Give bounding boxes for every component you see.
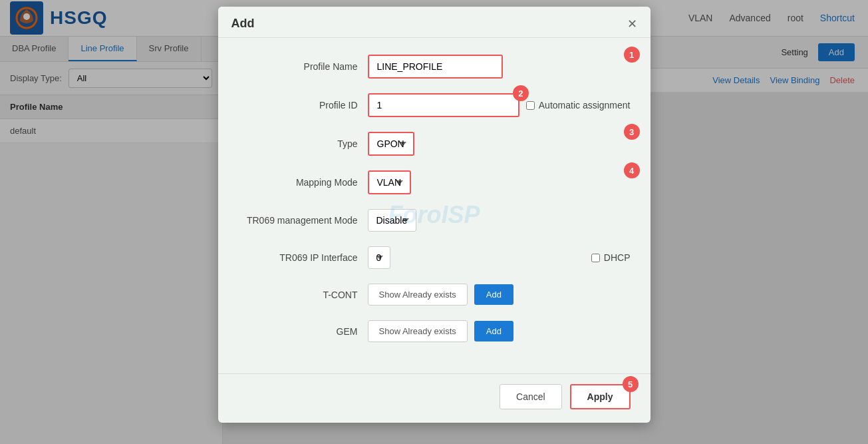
tr069-mode-label: TR069 management Mode [238,215,358,226]
type-select-wrapper: GPON 3 [368,132,631,156]
profile-id-input-wrapper: 2 [368,93,519,117]
modal-overlay: Add ✕ ForoISP Profile Name 1 Profile ID [0,0,868,444]
gem-group: Show Already exists Add [368,320,631,342]
tr069-ip-group: 0 DHCP [368,246,631,269]
profile-id-group: 2 Automatic assignment [368,93,631,117]
gem-show-button[interactable]: Show Already exists [368,320,468,342]
tr069-ip-label: TR069 IP Interface [238,252,358,263]
apply-button[interactable]: Apply [570,384,631,409]
modal-footer: Cancel Apply 5 [218,373,651,423]
type-select[interactable]: GPON [368,132,414,156]
modal-close-button[interactable]: ✕ [627,18,637,30]
automatic-assignment-checkbox[interactable] [526,101,535,110]
type-label: Type [238,138,358,149]
mapping-mode-select-wrapper: VLAN 4 [368,170,631,194]
mapping-mode-label: Mapping Mode [238,177,358,188]
tcont-row: T-CONT Show Already exists Add [238,284,631,306]
profile-name-label: Profile Name [238,61,358,72]
modal-title: Add [231,17,255,31]
profile-name-input-wrapper: 1 [368,55,631,79]
tcont-group: Show Already exists Add [368,284,631,306]
gem-add-button[interactable]: Add [474,321,513,341]
automatic-assignment-label: Automatic assignment [526,100,631,111]
step-badge-2: 2 [513,85,529,101]
modal-body: Profile Name 1 Profile ID 2 Automatic a [218,38,651,373]
tr069-ip-select[interactable]: 0 [368,246,390,269]
cancel-button[interactable]: Cancel [500,384,562,409]
step-badge-4: 4 [624,162,640,178]
modal-header: Add ✕ [218,7,651,38]
dhcp-checkbox[interactable] [591,254,600,262]
tcont-label: T-CONT [238,290,358,300]
tr069-ip-select-wrapper: 0 [368,246,585,269]
tr069-ip-row: TR069 IP Interface 0 DHCP [238,246,631,269]
gem-row: GEM Show Already exists Add [238,320,631,342]
tcont-show-button[interactable]: Show Already exists [368,284,468,306]
dhcp-label: DHCP [591,252,631,263]
apply-button-wrapper: Apply 5 [570,384,631,409]
step-badge-1: 1 [624,47,640,63]
tr069-mode-select[interactable]: Disable [368,209,416,232]
profile-name-row: Profile Name 1 [238,55,631,79]
gem-label: GEM [238,326,358,337]
type-row: Type GPON 3 [238,132,631,156]
profile-id-input[interactable] [368,93,519,117]
tr069-mode-row: TR069 management Mode Disable [238,209,631,232]
profile-id-label: Profile ID [238,100,358,111]
step-badge-3: 3 [624,124,640,140]
mapping-mode-select[interactable]: VLAN [368,170,411,194]
tr069-mode-select-wrapper: Disable [368,209,631,232]
profile-name-input[interactable] [368,55,503,79]
mapping-mode-row: Mapping Mode VLAN 4 [238,170,631,194]
modal: Add ✕ ForoISP Profile Name 1 Profile ID [218,7,651,423]
profile-id-row: Profile ID 2 Automatic assignment [238,93,631,117]
tcont-add-button[interactable]: Add [474,284,513,305]
step-badge-5: 5 [623,376,639,392]
